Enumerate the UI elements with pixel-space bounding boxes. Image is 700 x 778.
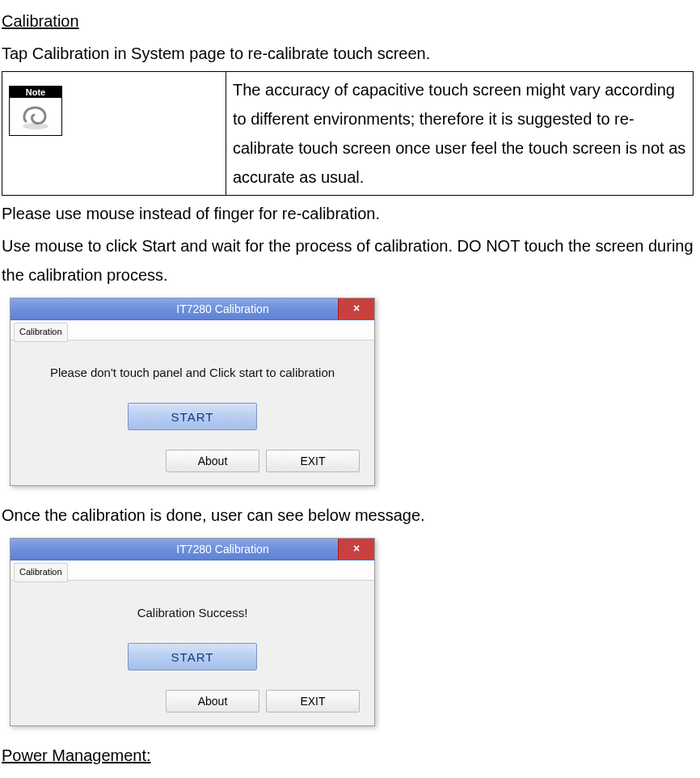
dialog-message-success: Calibration Success!	[25, 602, 360, 624]
about-button[interactable]: About	[166, 690, 259, 712]
dialog-client-area: Calibration Success! START About EXIT	[11, 581, 374, 725]
close-button[interactable]: ×	[338, 539, 374, 560]
text-tap-calibration: Tap Calibration in System page to re-cal…	[2, 39, 694, 68]
note-icon-header: Note	[10, 87, 61, 98]
window-title: IT7280 Calibration	[108, 298, 338, 319]
text-once-done: Once the calibration is done, user can s…	[2, 501, 694, 530]
window-title: IT7280 Calibration	[108, 539, 338, 560]
titlebar: IT7280 Calibration ×	[11, 539, 374, 560]
text-use-mouse-click-start: Use mouse to click Start and wait for th…	[2, 231, 694, 290]
note-text-cell: The accuracy of capacitive touch screen …	[226, 72, 694, 196]
menu-calibration[interactable]: Calibration	[14, 563, 68, 582]
dialog-client-area: Please don't touch panel and Click start…	[11, 340, 374, 485]
start-button[interactable]: START	[128, 643, 257, 670]
calibration-dialog-1: IT7280 Calibration × Calibration Please …	[10, 298, 375, 486]
dialog-message: Please don't touch panel and Click start…	[25, 362, 360, 383]
titlebar: IT7280 Calibration ×	[11, 298, 374, 320]
start-button[interactable]: START	[128, 403, 257, 430]
close-icon: ×	[353, 298, 360, 319]
close-button[interactable]: ×	[338, 298, 374, 319]
menubar: Calibration	[11, 560, 374, 581]
titlebar-buttons: ×	[338, 298, 374, 319]
titlebar-buttons: ×	[338, 539, 374, 560]
exit-button[interactable]: EXIT	[266, 690, 360, 712]
dialog-bottom-row: About EXIT	[25, 450, 360, 472]
text-tap-power-management: Tap Power Management in System page to c…	[2, 773, 694, 778]
exit-button[interactable]: EXIT	[266, 450, 360, 472]
note-table: Note The accuracy of capacitive touch sc…	[2, 71, 694, 196]
calibration-dialog-2: IT7280 Calibration × Calibration Calibra…	[10, 538, 375, 726]
text-use-mouse-instead: Please use mouse instead of finger for r…	[2, 199, 694, 228]
menubar: Calibration	[11, 320, 374, 340]
heading-power-management: Power Management:	[2, 741, 694, 770]
note-icon-cell: Note	[2, 72, 226, 196]
paperclip-icon	[10, 98, 61, 135]
note-icon: Note	[9, 86, 62, 136]
heading-calibration: Calibration	[2, 6, 694, 36]
menu-calibration[interactable]: Calibration	[14, 323, 68, 342]
dialog-bottom-row: About EXIT	[25, 690, 360, 712]
close-icon: ×	[353, 539, 360, 559]
titlebar-spacer	[11, 298, 108, 319]
about-button[interactable]: About	[166, 450, 259, 472]
note-text: The accuracy of capacitive touch screen …	[233, 81, 685, 186]
titlebar-spacer	[11, 539, 108, 560]
